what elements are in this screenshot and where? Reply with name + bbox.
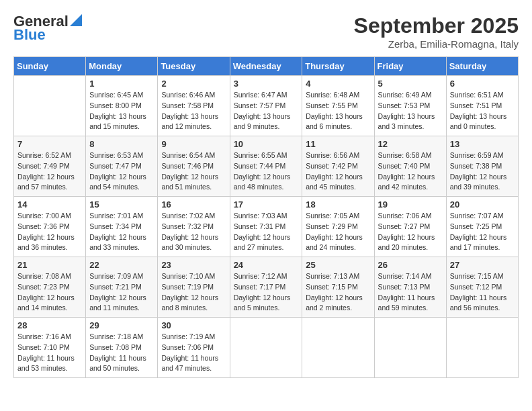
day-info: Sunrise: 7:02 AM Sunset: 7:32 PM Dayligh… [161, 211, 226, 253]
svg-marker-0 [70, 14, 82, 26]
calendar-cell: 26Sunrise: 7:14 AM Sunset: 7:13 PM Dayli… [374, 257, 446, 318]
calendar-cell: 12Sunrise: 6:58 AM Sunset: 7:40 PM Dayli… [374, 136, 446, 197]
day-info: Sunrise: 6:51 AM Sunset: 7:51 PM Dayligh… [450, 90, 515, 132]
header-wednesday: Wednesday [230, 57, 302, 76]
header-thursday: Thursday [302, 57, 374, 76]
day-number: 28 [17, 320, 82, 330]
calendar-cell: 9Sunrise: 6:54 AM Sunset: 7:46 PM Daylig… [158, 136, 230, 197]
calendar-cell [230, 318, 302, 378]
day-number: 20 [450, 199, 515, 210]
calendar-cell: 30Sunrise: 7:19 AM Sunset: 7:06 PM Dayli… [158, 318, 230, 378]
location-subtitle: Zerba, Emilia-Romagna, Italy [354, 38, 519, 50]
page-header: General Blue September 2025 Zerba, Emili… [13, 13, 519, 50]
calendar-cell: 14Sunrise: 7:00 AM Sunset: 7:36 PM Dayli… [14, 197, 86, 257]
day-info: Sunrise: 7:05 AM Sunset: 7:29 PM Dayligh… [306, 211, 370, 253]
calendar-cell: 8Sunrise: 6:53 AM Sunset: 7:47 PM Daylig… [86, 136, 158, 197]
calendar-cell: 15Sunrise: 7:01 AM Sunset: 7:34 PM Dayli… [86, 197, 158, 257]
day-number: 17 [234, 199, 299, 210]
day-number: 27 [450, 260, 515, 270]
day-number: 8 [89, 139, 154, 149]
calendar-cell: 29Sunrise: 7:18 AM Sunset: 7:08 PM Dayli… [86, 318, 158, 378]
calendar-cell: 10Sunrise: 6:55 AM Sunset: 7:44 PM Dayli… [230, 136, 302, 197]
header-friday: Friday [374, 57, 446, 76]
calendar-cell: 28Sunrise: 7:16 AM Sunset: 7:10 PM Dayli… [14, 318, 86, 378]
calendar-week-3: 14Sunrise: 7:00 AM Sunset: 7:36 PM Dayli… [14, 197, 519, 257]
day-info: Sunrise: 7:18 AM Sunset: 7:08 PM Dayligh… [89, 332, 154, 374]
day-number: 26 [378, 260, 443, 270]
calendar-body: 1Sunrise: 6:45 AM Sunset: 8:00 PM Daylig… [14, 76, 519, 378]
calendar-cell: 23Sunrise: 7:10 AM Sunset: 7:19 PM Dayli… [158, 257, 230, 318]
header-sunday: Sunday [14, 57, 86, 76]
calendar-cell: 7Sunrise: 6:52 AM Sunset: 7:49 PM Daylig… [14, 136, 86, 197]
day-info: Sunrise: 6:49 AM Sunset: 7:53 PM Dayligh… [378, 90, 443, 132]
day-info: Sunrise: 6:52 AM Sunset: 7:49 PM Dayligh… [17, 150, 82, 193]
calendar-cell: 27Sunrise: 7:15 AM Sunset: 7:12 PM Dayli… [446, 257, 518, 318]
day-number: 19 [378, 199, 443, 210]
day-info: Sunrise: 6:48 AM Sunset: 7:55 PM Dayligh… [306, 90, 370, 132]
day-number: 11 [306, 139, 370, 149]
calendar-cell: 6Sunrise: 6:51 AM Sunset: 7:51 PM Daylig… [446, 76, 518, 136]
day-info: Sunrise: 6:58 AM Sunset: 7:40 PM Dayligh… [378, 150, 443, 193]
day-info: Sunrise: 6:53 AM Sunset: 7:47 PM Dayligh… [89, 150, 154, 193]
calendar-cell: 2Sunrise: 6:46 AM Sunset: 7:58 PM Daylig… [158, 76, 230, 136]
calendar-cell: 25Sunrise: 7:13 AM Sunset: 7:15 PM Dayli… [302, 257, 374, 318]
day-number: 18 [306, 199, 370, 210]
day-number: 15 [89, 199, 154, 210]
day-info: Sunrise: 7:15 AM Sunset: 7:12 PM Dayligh… [450, 271, 515, 314]
day-number: 12 [378, 139, 443, 149]
day-number: 14 [17, 199, 82, 210]
day-info: Sunrise: 7:13 AM Sunset: 7:15 PM Dayligh… [306, 271, 370, 314]
day-info: Sunrise: 7:09 AM Sunset: 7:21 PM Dayligh… [89, 271, 154, 314]
day-number: 25 [306, 260, 370, 270]
day-info: Sunrise: 7:12 AM Sunset: 7:17 PM Dayligh… [234, 271, 299, 314]
day-number: 2 [161, 79, 226, 89]
day-info: Sunrise: 7:10 AM Sunset: 7:19 PM Dayligh… [161, 271, 226, 314]
calendar-week-5: 28Sunrise: 7:16 AM Sunset: 7:10 PM Dayli… [14, 318, 519, 378]
day-info: Sunrise: 7:19 AM Sunset: 7:06 PM Dayligh… [161, 332, 226, 374]
title-area: September 2025 Zerba, Emilia-Romagna, It… [354, 13, 519, 50]
day-info: Sunrise: 6:59 AM Sunset: 7:38 PM Dayligh… [450, 150, 515, 193]
calendar-cell: 18Sunrise: 7:05 AM Sunset: 7:29 PM Dayli… [302, 197, 374, 257]
calendar-cell: 19Sunrise: 7:06 AM Sunset: 7:27 PM Dayli… [374, 197, 446, 257]
calendar-cell: 1Sunrise: 6:45 AM Sunset: 8:00 PM Daylig… [86, 76, 158, 136]
day-number: 21 [17, 260, 82, 270]
calendar-cell: 17Sunrise: 7:03 AM Sunset: 7:31 PM Dayli… [230, 197, 302, 257]
month-year-title: September 2025 [354, 13, 519, 38]
day-info: Sunrise: 7:08 AM Sunset: 7:23 PM Dayligh… [17, 271, 82, 314]
header-tuesday: Tuesday [158, 57, 230, 76]
day-number: 10 [234, 139, 299, 149]
calendar-cell: 20Sunrise: 7:07 AM Sunset: 7:25 PM Dayli… [446, 197, 518, 257]
calendar-week-2: 7Sunrise: 6:52 AM Sunset: 7:49 PM Daylig… [14, 136, 519, 197]
calendar-cell: 16Sunrise: 7:02 AM Sunset: 7:32 PM Dayli… [158, 197, 230, 257]
day-number: 6 [450, 79, 515, 89]
day-info: Sunrise: 7:01 AM Sunset: 7:34 PM Dayligh… [89, 211, 154, 253]
day-info: Sunrise: 7:16 AM Sunset: 7:10 PM Dayligh… [17, 332, 82, 374]
calendar-cell [374, 318, 446, 378]
day-number: 1 [89, 79, 154, 89]
logo-triangle-icon [70, 14, 82, 26]
calendar-table: SundayMondayTuesdayWednesdayThursdayFrid… [13, 56, 519, 378]
day-info: Sunrise: 7:00 AM Sunset: 7:36 PM Dayligh… [17, 211, 82, 253]
day-number: 4 [306, 79, 370, 89]
calendar-week-4: 21Sunrise: 7:08 AM Sunset: 7:23 PM Dayli… [14, 257, 519, 318]
day-info: Sunrise: 6:54 AM Sunset: 7:46 PM Dayligh… [161, 150, 226, 193]
header-monday: Monday [86, 57, 158, 76]
day-info: Sunrise: 7:03 AM Sunset: 7:31 PM Dayligh… [234, 211, 299, 253]
calendar-cell: 3Sunrise: 6:47 AM Sunset: 7:57 PM Daylig… [230, 76, 302, 136]
day-info: Sunrise: 6:55 AM Sunset: 7:44 PM Dayligh… [234, 150, 299, 193]
day-info: Sunrise: 6:46 AM Sunset: 7:58 PM Dayligh… [161, 90, 226, 132]
calendar-cell: 24Sunrise: 7:12 AM Sunset: 7:17 PM Dayli… [230, 257, 302, 318]
calendar-cell [302, 318, 374, 378]
header-saturday: Saturday [446, 57, 518, 76]
calendar-cell: 4Sunrise: 6:48 AM Sunset: 7:55 PM Daylig… [302, 76, 374, 136]
day-number: 9 [161, 139, 226, 149]
logo: General Blue [13, 13, 82, 43]
day-number: 23 [161, 260, 226, 270]
day-number: 13 [450, 139, 515, 149]
day-number: 16 [161, 199, 226, 210]
day-info: Sunrise: 7:14 AM Sunset: 7:13 PM Dayligh… [378, 271, 443, 314]
day-number: 30 [161, 320, 226, 330]
calendar-cell: 11Sunrise: 6:56 AM Sunset: 7:42 PM Dayli… [302, 136, 374, 197]
day-number: 24 [234, 260, 299, 270]
calendar-cell [446, 318, 518, 378]
